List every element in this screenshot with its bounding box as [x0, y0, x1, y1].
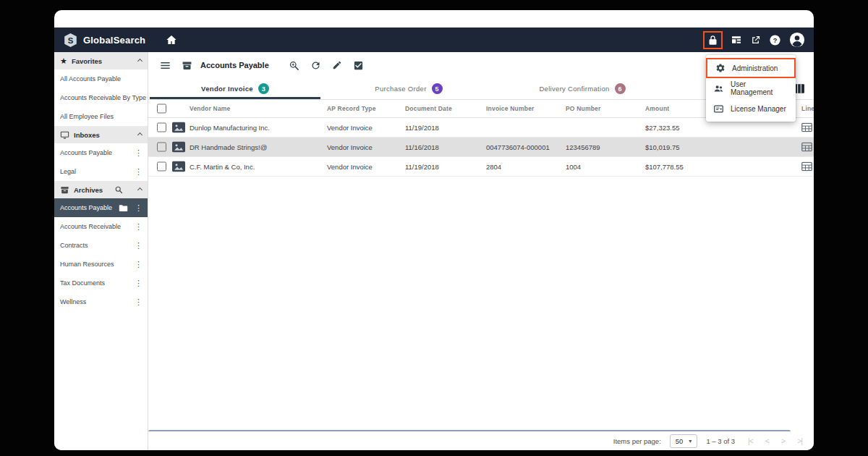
kebab-menu-icon[interactable]: ⋮ — [135, 167, 142, 177]
home-icon[interactable] — [166, 34, 177, 46]
app-header: S GlobalSearch ? — [54, 28, 814, 52]
help-icon[interactable]: ? — [769, 34, 781, 46]
line-items-grid-icon[interactable] — [801, 162, 812, 172]
column-header[interactable]: AP Record Type — [327, 105, 376, 112]
menu-item-user-management[interactable]: User Management — [706, 78, 796, 98]
globalsearch-logo-icon: S — [63, 33, 78, 48]
chevron-up-icon[interactable] — [137, 187, 142, 192]
archive-icon — [60, 185, 69, 195]
document-thumbnail-icon[interactable] — [172, 161, 185, 172]
header-actions: ? — [703, 31, 805, 49]
line-items-grid-icon[interactable] — [801, 143, 812, 152]
sidebar-inbox-accounts-payable[interactable]: Accounts Payable ⋮ — [54, 143, 148, 162]
column-header[interactable]: PO Number — [566, 105, 601, 112]
license-card-icon — [713, 104, 724, 114]
menu-item-label: Administration — [732, 64, 778, 72]
cell-invoice-number: 2804 — [486, 163, 501, 171]
section-title: Archives — [74, 186, 103, 194]
sidebar-item-accounts-receivable-by-type[interactable]: Accounts Receivable By Type — [54, 88, 148, 107]
sidebar-archive-human-resources[interactable]: Human Resources ⋮ — [54, 255, 148, 274]
document-thumbnail-icon[interactable] — [172, 142, 185, 153]
kebab-menu-icon[interactable]: ⋮ — [135, 148, 142, 158]
line-items-grid-icon[interactable] — [801, 123, 812, 132]
document-thumbnail-icon[interactable] — [172, 122, 185, 133]
menu-item-license-manager[interactable]: License Manager — [706, 98, 796, 119]
sidebar-item-label: Accounts Payable — [60, 149, 112, 156]
previous-page-icon[interactable]: < — [765, 436, 769, 445]
folder-icon — [119, 204, 128, 212]
cell-po-number: 1004 — [566, 163, 581, 171]
search-in-results-icon[interactable] — [289, 60, 299, 71]
sidebar-item-all-accounts-payable[interactable]: All Accounts Payable — [54, 69, 148, 88]
tab-label: Purchase Order — [375, 85, 426, 93]
menu-item-label: User Management — [731, 80, 788, 96]
account-avatar-icon[interactable] — [789, 32, 805, 48]
tab-vendor-invoice[interactable]: Vendor Invoice 3 — [148, 78, 322, 99]
table-row[interactable]: C.F. Martin & Co, Inc. Vendor Invoice 11… — [148, 157, 814, 177]
sidebar: ★ Favorites All Accounts Payable Account… — [54, 52, 148, 450]
sidebar-item-label: Legal — [60, 168, 76, 175]
sidebar-archive-accounts-payable[interactable]: Accounts Payable ⋮ — [54, 198, 148, 217]
menu-item-administration[interactable]: Administration — [706, 58, 796, 78]
tab-purchase-order[interactable]: Purchase Order 5 — [322, 78, 495, 99]
tab-list: Vendor Invoice 3 Purchase Order 5 Delive… — [148, 78, 669, 99]
svg-text:?: ? — [773, 36, 778, 43]
launch-icon[interactable] — [750, 35, 761, 46]
select-checkbox-icon[interactable] — [353, 60, 364, 71]
cell-vendor-name: C.F. Martin & Co, Inc. — [190, 163, 255, 171]
sidebar-item-label: Accounts Payable — [60, 204, 112, 211]
kebab-menu-icon[interactable]: ⋮ — [135, 203, 142, 213]
column-header[interactable]: Invoice Number — [486, 105, 535, 112]
monitor-icon — [60, 130, 69, 140]
tab-delivery-confirmation[interactable]: Delivery Confirmation 6 — [495, 78, 669, 99]
row-checkbox[interactable] — [157, 143, 166, 152]
desktop-background: { "brand": { "name": "GlobalSearch", "lo… — [0, 0, 868, 456]
kebab-menu-icon[interactable]: ⋮ — [135, 241, 142, 250]
section-favorites[interactable]: ★ Favorites — [54, 52, 148, 69]
items-per-page-label: Items per page: — [613, 437, 661, 445]
table-row[interactable]: DR Handmade Strings!@ Vendor Invoice 11/… — [148, 138, 814, 157]
sidebar-item-all-employee-files[interactable]: All Employee Files — [54, 107, 148, 126]
card-view-icon[interactable] — [731, 34, 742, 46]
hamburger-menu-icon[interactable] — [160, 60, 171, 71]
gear-icon — [715, 63, 726, 73]
column-header[interactable]: Amount — [645, 105, 669, 112]
last-page-icon[interactable]: >| — [797, 436, 802, 445]
chevron-up-icon[interactable] — [137, 58, 142, 63]
refresh-icon[interactable] — [310, 60, 321, 71]
cell-document-date: 11/16/2018 — [405, 143, 439, 151]
kebab-menu-icon[interactable]: ⋮ — [135, 260, 142, 269]
first-page-icon[interactable]: |< — [748, 436, 753, 445]
lock-icon[interactable] — [707, 35, 718, 46]
column-header[interactable]: Line Item — [801, 105, 814, 112]
cell-vendor-name: DR Handmade Strings!@ — [190, 143, 267, 151]
caret-down-icon: ▾ — [689, 438, 692, 444]
items-per-page-select[interactable]: 50 ▾ — [670, 434, 698, 448]
row-checkbox[interactable] — [157, 162, 166, 172]
column-header[interactable]: Document Date — [405, 105, 452, 112]
section-inboxes[interactable]: Inboxes — [54, 126, 148, 143]
select-all-checkbox[interactable] — [157, 104, 166, 114]
kebab-menu-icon[interactable]: ⋮ — [135, 297, 142, 307]
sidebar-archive-contracts[interactable]: Contracts ⋮ — [54, 236, 148, 255]
search-icon[interactable] — [114, 185, 123, 194]
next-page-icon[interactable]: > — [781, 436, 785, 445]
admin-dropdown-menu: Administration User Management License M… — [706, 55, 796, 122]
row-checkbox[interactable] — [157, 123, 166, 132]
sidebar-archive-accounts-receivable[interactable]: Accounts Receivable ⋮ — [54, 217, 148, 236]
paginator: Items per page: 50 ▾ 1 – 3 of 3 |< < > >… — [148, 431, 814, 450]
sidebar-inbox-legal[interactable]: Legal ⋮ — [54, 162, 148, 181]
sidebar-item-label: All Employee Files — [60, 113, 114, 120]
edit-pencil-icon[interactable] — [332, 60, 342, 70]
column-header[interactable]: Vendor Name — [190, 105, 231, 112]
menu-item-label: License Manager — [731, 105, 786, 113]
cell-amount: $10,019.75 — [645, 143, 680, 151]
sidebar-archive-tax-documents[interactable]: Tax Documents ⋮ — [54, 274, 148, 292]
section-archives[interactable]: Archives — [54, 181, 148, 198]
cell-amount: $27,323.55 — [645, 124, 680, 132]
tab-label: Delivery Confirmation — [539, 85, 609, 93]
kebab-menu-icon[interactable]: ⋮ — [135, 222, 142, 232]
kebab-menu-icon[interactable]: ⋮ — [135, 279, 142, 288]
chevron-up-icon[interactable] — [137, 132, 142, 137]
sidebar-archive-wellness[interactable]: Wellness ⋮ — [54, 292, 148, 311]
